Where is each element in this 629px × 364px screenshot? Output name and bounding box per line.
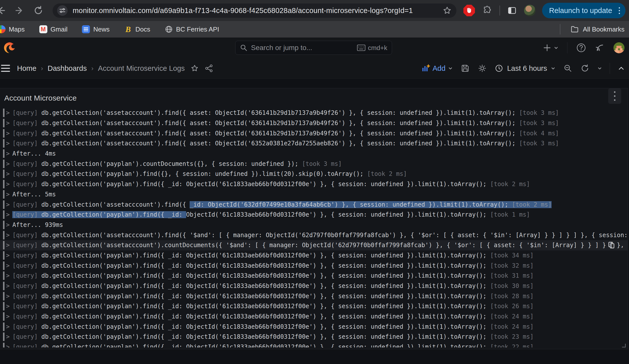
log-expand-chevron-icon[interactable]: > [6, 242, 10, 249]
log-expand-chevron-icon[interactable]: > [6, 333, 10, 340]
breadcrumb-home[interactable]: Home [17, 64, 36, 73]
bookmark-docs[interactable]: B Docs [124, 25, 150, 33]
log-row[interactable]: >[query] db.getCollection('payplan').fin… [0, 281, 628, 291]
log-gutter-bar [3, 210, 5, 219]
log-row[interactable]: >[query] db.getCollection('assetacccount… [0, 118, 628, 128]
bookmark-bc-ferries[interactable]: BC Ferries API [165, 25, 219, 33]
log-expand-chevron-icon[interactable]: > [6, 140, 10, 147]
log-expand-chevron-icon[interactable]: > [6, 120, 10, 127]
log-expand-chevron-icon[interactable]: > [6, 313, 10, 320]
extensions-puzzle-icon[interactable] [482, 5, 492, 16]
log-expand-chevron-icon[interactable]: > [6, 170, 10, 177]
log-expand-chevron-icon[interactable]: > [6, 252, 10, 259]
log-expand-chevron-icon[interactable]: > [6, 343, 10, 347]
log-expand-chevron-icon[interactable]: > [6, 272, 10, 279]
time-range-picker[interactable]: Last 6 hours [494, 64, 556, 73]
log-gutter-bar [3, 231, 5, 239]
log-row[interactable]: >[query] db.getCollection('payplan').fin… [0, 311, 628, 322]
log-row[interactable]: >[query] db.getCollection('payplan').fin… [0, 260, 628, 271]
log-expand-chevron-icon[interactable]: > [6, 150, 10, 157]
log-row[interactable]: >[query] db.getCollection('assetacccount… [0, 128, 628, 138]
collapse-toolbar-icon[interactable] [617, 65, 625, 72]
refresh-icon[interactable] [580, 64, 590, 73]
search-input[interactable]: Search or jump to... cmd+k [235, 41, 392, 55]
log-expand-chevron-icon[interactable]: > [6, 232, 10, 239]
user-avatar[interactable] [613, 42, 624, 53]
log-row[interactable]: >[query] db.getCollection('payplan').fin… [0, 250, 628, 261]
reload-icon[interactable] [33, 5, 44, 16]
site-settings-icon[interactable] [57, 5, 68, 16]
refresh-interval-chevron[interactable] [597, 66, 602, 71]
log-row[interactable]: >[query] db.getCollection('payplan').fin… [0, 210, 628, 220]
log-row[interactable]: >[query] db.getCollection('payplan').fin… [0, 169, 628, 179]
log-row[interactable]: >[query] db.getCollection('payplan').cou… [0, 159, 628, 169]
bookmark-maps[interactable]: Maps [0, 25, 25, 33]
log-expand-chevron-icon[interactable]: > [6, 211, 10, 218]
log-meta-text: [query] [12, 343, 41, 347]
share-icon[interactable] [204, 64, 213, 73]
log-expand-chevron-icon[interactable]: > [6, 181, 10, 188]
log-expand-chevron-icon[interactable]: > [6, 109, 10, 116]
bookmark-star-icon[interactable] [442, 6, 452, 15]
log-row[interactable]: >[query] db.getCollection('payplan').fin… [0, 332, 628, 342]
log-expand-chevron-icon[interactable]: > [6, 191, 10, 198]
log-expand-chevron-icon[interactable]: > [6, 303, 10, 310]
breadcrumb-dashboards[interactable]: Dashboards [48, 64, 87, 73]
adblock-icon[interactable] [463, 5, 475, 16]
log-row[interactable]: >After... 4ms [0, 149, 628, 159]
log-row[interactable]: >[query] db.getCollection('payplan').fin… [0, 271, 628, 281]
log-expand-chevron-icon[interactable]: > [6, 262, 10, 269]
log-expand-chevron-icon[interactable]: > [6, 201, 10, 208]
panel-resize-handle[interactable] [622, 344, 626, 347]
log-row[interactable]: >[query] db.getCollection('assetacccount… [0, 138, 628, 149]
log-expand-chevron-icon[interactable]: > [6, 323, 10, 330]
forward-icon[interactable] [14, 5, 25, 16]
back-icon[interactable] [0, 5, 7, 16]
zoom-out-icon[interactable] [563, 64, 573, 73]
log-row[interactable]: >[query] db.getCollection('payplan').fin… [0, 342, 628, 347]
log-meta-text: [took 3 ms] [519, 120, 559, 127]
toolbar-divider [610, 63, 610, 74]
dashboard-settings-icon[interactable] [477, 64, 487, 73]
log-expand-chevron-icon[interactable]: > [6, 293, 10, 300]
browser-profile-avatar[interactable] [524, 5, 536, 16]
log-row[interactable]: >[query] db.getCollection('payplan').fin… [0, 301, 628, 311]
copy-icon[interactable] [607, 241, 615, 249]
save-dashboard-icon[interactable] [460, 64, 470, 73]
browser-menu-icon[interactable] [617, 7, 622, 14]
log-row[interactable]: >[query] db.getCollection('assetacccount… [0, 230, 628, 240]
address-bar[interactable]: monitor.omnivoltaic.com/d/a69a9b1a-f713-… [53, 4, 456, 18]
log-row[interactable]: >After... 939ms [0, 220, 628, 230]
log-row[interactable]: >After... 5ms [0, 189, 628, 200]
news-feed-icon[interactable] [595, 43, 605, 53]
grafana-logo[interactable] [3, 41, 16, 55]
all-bookmarks[interactable]: All Bookmarks [560, 24, 624, 35]
log-row[interactable]: >[query] db.getCollection('payplan').fin… [0, 291, 628, 301]
mega-menu-icon[interactable] [1, 65, 10, 72]
log-row[interactable]: >[query] db.getCollection('assetacccount… [0, 199, 628, 210]
log-expand-chevron-icon[interactable]: > [6, 130, 10, 137]
log-row[interactable]: >[query] db.getCollection('assetacccount… [0, 108, 628, 118]
new-button[interactable] [543, 43, 559, 52]
url-text[interactable]: monitor.omnivoltaic.com/d/a69a9b1a-f713-… [73, 7, 440, 15]
bookmark-gmail[interactable]: M Gmail [39, 25, 68, 33]
log-code-text: db.getCollection('payplan').find({ _id: … [41, 293, 490, 300]
help-icon[interactable] [576, 43, 586, 53]
relaunch-button[interactable]: Relaunch to update [542, 3, 625, 18]
log-row[interactable]: >[query] db.getCollection('payplan').fin… [0, 321, 628, 332]
log-expand-chevron-icon[interactable]: > [6, 160, 10, 167]
bookmark-news[interactable]: News [82, 25, 109, 33]
log-expand-chevron-icon[interactable]: > [6, 221, 10, 228]
log-row[interactable]: >[query] db.getCollection('payplan').fin… [0, 179, 628, 189]
side-panel-icon[interactable] [507, 6, 517, 16]
log-gutter-bar [3, 241, 5, 249]
panel-menu-button[interactable] [608, 88, 621, 104]
log-meta-text: [took 2 ms] [367, 170, 407, 177]
log-row[interactable]: >[query] db.getCollection('assetacccount… [0, 240, 628, 250]
add-panel-button[interactable]: Add [421, 64, 453, 73]
favorite-star-icon[interactable] [190, 64, 199, 73]
log-gutter-bar [3, 170, 5, 178]
panel-header[interactable]: Account Microservice [0, 88, 628, 108]
dashboard-canvas: Account Microservice >[query] db.getColl… [0, 79, 629, 364]
log-expand-chevron-icon[interactable]: > [6, 282, 10, 289]
